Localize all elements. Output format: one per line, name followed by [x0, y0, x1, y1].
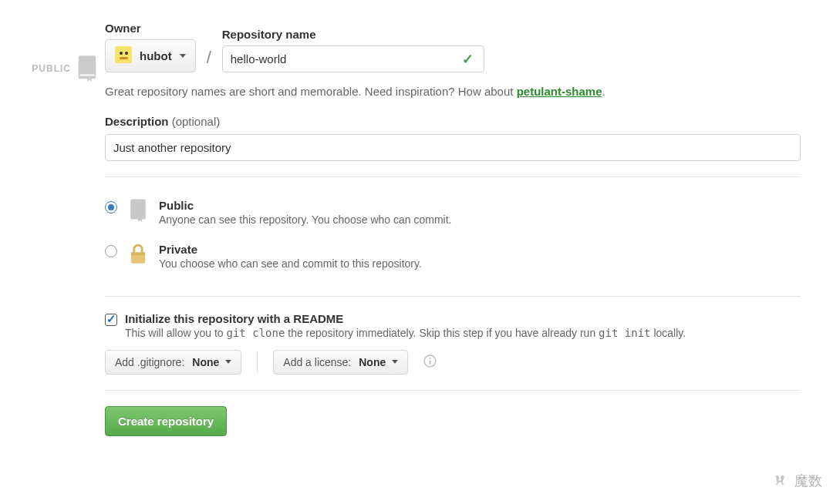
- caret-down-icon: [180, 54, 186, 58]
- svg-rect-5: [131, 252, 145, 255]
- repo-name-label: Repository name: [222, 28, 484, 41]
- visibility-public-sub: Anyone can see this repository. You choo…: [159, 213, 452, 226]
- visibility-public-title: Public: [159, 199, 194, 212]
- watermark: 魔数: [773, 472, 822, 490]
- owner-dropdown[interactable]: hubot: [105, 39, 196, 72]
- description-input[interactable]: [105, 134, 801, 161]
- owner-selected: hubot: [140, 49, 172, 62]
- svg-rect-3: [120, 57, 128, 59]
- license-dropdown[interactable]: Add a license: None: [273, 350, 408, 375]
- description-label: Description (optional): [105, 115, 220, 128]
- repo-icon: [76, 55, 99, 82]
- svg-point-2: [125, 52, 128, 55]
- repo-public-icon: [128, 199, 148, 222]
- svg-point-1: [120, 52, 123, 55]
- svg-rect-0: [115, 46, 132, 63]
- visibility-private-sub: You choose who can see and commit to thi…: [159, 257, 422, 270]
- visibility-public-radio[interactable]: [105, 201, 117, 213]
- vertical-divider: [257, 351, 258, 373]
- visibility-private-title: Private: [159, 243, 197, 256]
- repo-name-input[interactable]: [222, 45, 484, 72]
- owner-avatar-icon: [115, 46, 132, 66]
- svg-point-7: [430, 358, 431, 359]
- svg-rect-8: [430, 360, 431, 364]
- divider: [105, 176, 801, 177]
- left-rail-label: PUBLIC: [32, 55, 71, 74]
- slash-separator: /: [204, 48, 214, 72]
- caret-down-icon: [392, 360, 398, 364]
- init-readme-sub: This will allow you to git clone the rep…: [125, 327, 686, 339]
- visibility-private-radio[interactable]: [105, 245, 117, 257]
- gitignore-dropdown[interactable]: Add .gitignore: None: [105, 350, 241, 375]
- name-helper-text: Great repository names are short and mem…: [105, 83, 801, 101]
- create-repository-button[interactable]: Create repository: [105, 406, 227, 436]
- init-readme-title: Initialize this repository with a README: [125, 312, 343, 325]
- caret-down-icon: [225, 360, 231, 364]
- divider: [105, 390, 801, 391]
- checkmark-icon: ✓: [462, 51, 474, 68]
- lock-icon: [128, 243, 148, 266]
- name-suggestion-link[interactable]: petulant-shame: [517, 85, 602, 98]
- info-icon[interactable]: [423, 354, 437, 370]
- owner-label: Owner: [105, 22, 196, 35]
- init-readme-checkbox[interactable]: [105, 314, 117, 326]
- divider: [105, 296, 801, 297]
